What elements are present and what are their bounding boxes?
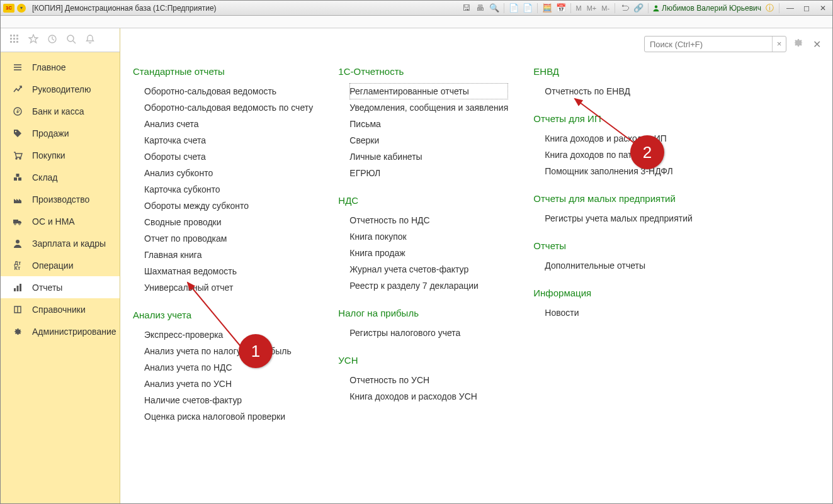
report-link[interactable]: Карточка субконто [144, 181, 313, 198]
report-link[interactable]: Сверки [349, 132, 508, 148]
report-link[interactable]: Книга продаж [349, 245, 508, 261]
report-link[interactable]: Шахматная ведомость [144, 263, 313, 279]
report-link[interactable]: Книга доходов и расходов УСН [349, 388, 508, 405]
report-link[interactable]: Анализ учета по налогу на прибыль [144, 343, 313, 359]
report-link[interactable]: Дополнительные отчеты [545, 257, 703, 274]
star-icon[interactable] [28, 34, 38, 46]
print-icon[interactable]: 🖶 [475, 3, 486, 14]
calendar-icon[interactable]: 📅 [555, 3, 567, 14]
report-link[interactable]: Оборотно-сальдовая ведомость по счету [144, 99, 313, 116]
svg-rect-22 [14, 177, 17, 181]
report-link[interactable]: Регистры учета малых предприятий [545, 210, 703, 227]
report-link[interactable]: ЕГРЮЛ [349, 165, 508, 181]
current-user[interactable]: Любимов Валерий Юрьевич [652, 4, 761, 13]
nav-item-9[interactable]: ДтКтОперации [1, 254, 120, 276]
nav-item-8[interactable]: Зарплата и кадры [1, 232, 120, 254]
mplus-btn[interactable]: M+ [586, 4, 598, 12]
report-link[interactable]: Сводные проводки [144, 214, 313, 230]
bell-icon[interactable] [85, 34, 95, 46]
search-input[interactable] [645, 40, 772, 49]
report-link[interactable]: Помощник заполнения 3-НДФЛ [545, 163, 703, 179]
report-link[interactable]: Отчетность по ЕНВД [545, 83, 703, 99]
calc-icon[interactable]: 🧮 [541, 3, 553, 14]
report-link[interactable]: Отчетность по НДС [349, 212, 508, 228]
report-link[interactable]: Отчет по проводкам [144, 230, 313, 247]
report-link[interactable]: Анализ учета по УСН [144, 376, 313, 392]
maximize-button[interactable]: ◻ [800, 3, 813, 14]
nav-item-1[interactable]: Руководителю [1, 78, 120, 100]
minimize-button[interactable]: — [783, 3, 797, 14]
svg-rect-5 [13, 38, 15, 40]
link-icon[interactable]: 🔗 [633, 3, 644, 14]
item-list: Регистры налогового учета [349, 325, 508, 341]
report-link[interactable]: Анализ учета по НДС [144, 359, 313, 376]
svg-line-13 [73, 41, 76, 43]
report-link[interactable]: Письма [349, 116, 508, 132]
mminus-btn[interactable]: M- [600, 4, 611, 12]
report-link[interactable]: Обороты между субконто [144, 198, 313, 214]
nav-item-5[interactable]: Склад [1, 166, 120, 188]
nav-item-12[interactable]: Администрирование [1, 320, 120, 342]
save-icon[interactable]: 🖫 [461, 3, 472, 14]
titlebar: 1C ▾ [КОПИЯ] Демонстрационная база (1С:П… [1, 1, 832, 16]
svg-point-20 [16, 158, 17, 159]
search-icon[interactable] [66, 34, 76, 46]
app-menu-caret[interactable]: ▾ [17, 4, 26, 13]
report-link[interactable]: Книга покупок [349, 228, 508, 245]
nav-item-4[interactable]: Покупки [1, 144, 120, 166]
nav-list: ГлавноеРуководителю₽Банк и кассаПродажиП… [1, 52, 120, 342]
nav-item-10[interactable]: Отчеты [1, 276, 120, 298]
history-icon[interactable] [47, 34, 57, 46]
report-link[interactable]: Наличие счетов-фактур [144, 392, 313, 408]
report-link[interactable]: Карточка счета [144, 132, 313, 148]
close-panel-icon[interactable]: ✕ [813, 38, 821, 50]
report-link[interactable]: Книга доходов по патенту [545, 147, 703, 163]
section-title: ЕНВД [533, 66, 703, 77]
nav-item-7[interactable]: ОС и НМА [1, 210, 120, 232]
report-link[interactable]: Регистры налогового учета [349, 325, 508, 341]
report-link[interactable]: Регламентированные отчеты [349, 83, 508, 99]
menu-icon [12, 62, 23, 73]
tab-strip [1, 16, 832, 28]
back-icon[interactable]: ⮌ [619, 3, 630, 14]
section-title: Стандартные отчеты [133, 66, 313, 77]
report-link[interactable]: Личные кабинеты [349, 148, 508, 165]
report-link[interactable]: Книга доходов и расходов ИП [545, 130, 703, 147]
report-link[interactable]: Реестр к разделу 7 декларации [349, 277, 508, 294]
item-list: Регламентированные отчетыУведомления, со… [349, 83, 508, 181]
settings-gear-icon[interactable] [791, 36, 804, 52]
nav-item-11[interactable]: Справочники [1, 298, 120, 320]
report-link[interactable]: Анализ субконто [144, 165, 313, 181]
nav-item-2[interactable]: ₽Банк и касса [1, 100, 120, 122]
nav-item-6[interactable]: Производство [1, 188, 120, 210]
svg-marker-10 [29, 35, 38, 43]
report-link[interactable]: Универсальный отчет [144, 279, 313, 296]
report-link[interactable]: Анализ счета [144, 116, 313, 132]
section: Анализ учетаЭкспресс-проверкаАнализ учет… [133, 310, 313, 425]
nav-item-0[interactable]: Главное [1, 56, 120, 78]
close-button[interactable]: ✕ [816, 3, 830, 14]
report-link[interactable]: Оборотно-сальдовая ведомость [144, 83, 313, 99]
gear-icon [12, 326, 23, 337]
nav-item-label: Склад [32, 172, 58, 182]
doc2-icon[interactable]: 📄 [522, 3, 533, 14]
search-clear[interactable]: × [772, 36, 786, 52]
m-btn[interactable]: M [575, 4, 583, 12]
report-link[interactable]: Уведомления, сообщения и заявления [349, 99, 508, 116]
search-box: × [644, 36, 786, 52]
section-title: Отчеты [533, 240, 703, 251]
info-icon[interactable]: ⓘ [764, 3, 775, 14]
report-link[interactable]: Оценка риска налоговой проверки [144, 408, 313, 425]
report-link[interactable]: Отчетность по УСН [349, 372, 508, 388]
nav-item-3[interactable]: Продажи [1, 122, 120, 144]
report-link[interactable]: Новости [545, 305, 703, 321]
nav-item-label: Банк и касса [32, 106, 84, 116]
preview-icon[interactable]: 🔍 [489, 3, 500, 14]
report-link[interactable]: Главная книга [144, 247, 313, 263]
doc1-icon[interactable]: 📄 [508, 3, 519, 14]
report-link[interactable]: Экспресс-проверка [144, 327, 313, 343]
report-link[interactable]: Обороты счета [144, 148, 313, 165]
user-name-label: Любимов Валерий Юрьевич [662, 4, 761, 13]
apps-icon[interactable] [9, 34, 20, 46]
report-link[interactable]: Журнал учета счетов-фактур [349, 261, 508, 277]
